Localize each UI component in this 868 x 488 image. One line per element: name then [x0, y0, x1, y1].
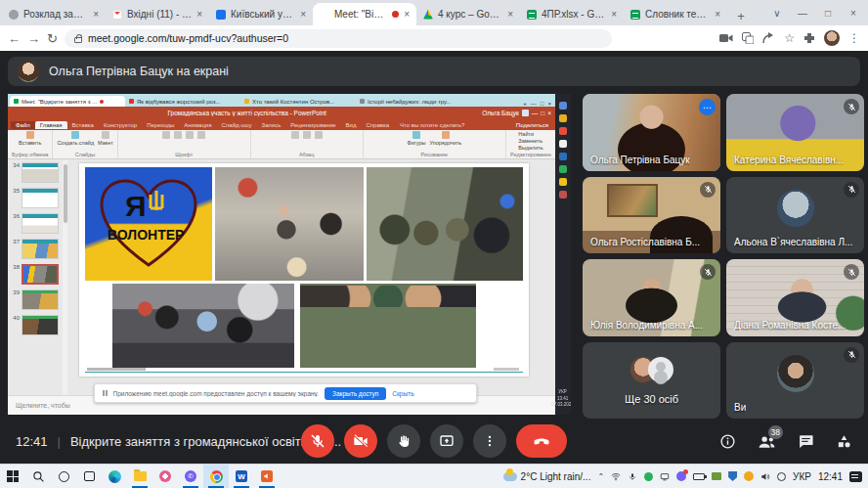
tile-yuliia[interactable]: Юлія Володимирівна А...: [583, 259, 720, 336]
sync-tray-icon[interactable]: [660, 471, 670, 481]
taskbar-clock[interactable]: 12:41: [818, 471, 843, 482]
profile-avatar[interactable]: [824, 30, 840, 46]
orange-app-tray-icon[interactable]: [744, 471, 754, 481]
close-tab-icon[interactable]: ×: [300, 9, 306, 20]
tile-olha-petrivna[interactable]: ⋯ Ольга Петрівна Бацук: [583, 94, 720, 171]
security-shield-icon[interactable]: [728, 471, 737, 481]
shared-tab-meet: Meet: "Відкрите заняття з ...: [10, 96, 125, 107]
tile-options-icon[interactable]: ⋯: [699, 99, 716, 115]
new-tab-button[interactable]: +: [731, 6, 751, 25]
weather-widget[interactable]: 2°C Light rain/...: [503, 471, 591, 482]
powerpoint-user: Ольга Бацук — □ ×: [482, 110, 551, 116]
file-explorer-taskbar-icon[interactable]: [127, 465, 152, 488]
powerpoint-titlebar: Громадянська участь у житті суспільства …: [8, 107, 555, 119]
tile-you[interactable]: Ви: [726, 342, 864, 420]
shared-tab-youtube: Як відбувався жорстокий роз...: [125, 96, 240, 107]
excel-icon: [559, 165, 567, 173]
shared-screen[interactable]: Meet: "Відкрите заняття з ... Як відбува…: [8, 94, 571, 415]
audio-app-taskbar-icon[interactable]: [254, 465, 280, 488]
participant-name: Альона В`ячеславівна Л...: [734, 237, 852, 247]
slide-thumbnail: [22, 289, 59, 310]
battery-icon[interactable]: [693, 473, 705, 480]
pink-app-taskbar-icon[interactable]: [152, 465, 178, 488]
tile-kateryna[interactable]: Катерина Вячеславівн...: [726, 94, 864, 171]
search-button[interactable]: [25, 465, 51, 488]
tab-sheets[interactable]: 4ПР.xlsx - Googl... ×: [520, 3, 624, 25]
viber-tray-icon[interactable]: [676, 471, 686, 481]
tab-gmail[interactable]: Вхідні (11) - m.b... ×: [106, 3, 209, 25]
drive-icon: [423, 10, 433, 20]
raise-hand-button[interactable]: [387, 424, 420, 458]
viber-taskbar-icon[interactable]: ✆: [178, 465, 203, 488]
chrome-taskbar-icon[interactable]: [203, 465, 229, 488]
meeting-details-icon[interactable]: [719, 433, 736, 450]
ribbon-tab-review: Рецензирование: [285, 121, 340, 129]
clock-text: 12:41: [16, 434, 48, 449]
ribbon-tab-animations: Анимация: [179, 121, 216, 129]
app-icon: [559, 127, 567, 135]
tile-olha-rostyslavivna[interactable]: Ольга Ростіславівна Б...: [583, 177, 720, 254]
cortana-button[interactable]: [51, 465, 76, 488]
display-settings-tray-icon[interactable]: [712, 472, 721, 480]
tile-alona[interactable]: Альона В`ячеславівна Л...: [726, 177, 864, 254]
slide-thumbnail: [22, 315, 59, 335]
slide-thumbnail: [22, 188, 59, 208]
site-favicon: [244, 99, 249, 104]
extensions-puzzle-icon[interactable]: [803, 32, 815, 44]
start-button[interactable]: [0, 465, 25, 488]
tab-drive[interactable]: 4 курс – Google ×: [416, 3, 520, 25]
bookmark-star-icon[interactable]: ☆: [784, 31, 795, 45]
chat-icon[interactable]: [798, 433, 814, 450]
language-indicator[interactable]: УКР: [793, 471, 811, 482]
tab-glossary[interactable]: Словник термін... ×: [624, 3, 727, 25]
edge-taskbar-icon[interactable]: [102, 465, 127, 488]
translate-icon[interactable]: [742, 32, 754, 44]
end-call-button[interactable]: [516, 424, 567, 458]
task-view-button[interactable]: [76, 465, 102, 488]
forward-icon[interactable]: →: [27, 32, 40, 45]
camera-indicator-icon[interactable]: [719, 33, 733, 43]
device-tray-icon[interactable]: [777, 472, 786, 481]
activities-icon[interactable]: [836, 433, 852, 450]
volume-icon[interactable]: [760, 471, 770, 481]
close-window-button[interactable]: ×: [841, 0, 866, 25]
more-options-button[interactable]: [473, 424, 506, 458]
tile-diana[interactable]: Діана Романівна Косте...: [726, 259, 864, 336]
toolbar-icons: ☆ ⋮: [719, 30, 860, 46]
app-icon: [559, 178, 567, 186]
minimize-button[interactable]: —: [790, 0, 815, 25]
close-tab-icon[interactable]: ×: [715, 9, 720, 20]
close-tab-icon[interactable]: ×: [611, 9, 617, 20]
camera-off-button[interactable]: [344, 424, 377, 458]
close-tab-icon[interactable]: ×: [196, 9, 202, 20]
present-screen-button[interactable]: [430, 424, 463, 458]
address-bar[interactable]: meet.google.com/tuw-pmdf-ucv?authuser=0: [65, 29, 612, 48]
close-tab-icon[interactable]: ×: [404, 9, 410, 20]
tile-overflow-participants[interactable]: Ще 30 осіб: [583, 342, 720, 420]
back-icon[interactable]: ←: [8, 32, 21, 45]
maximize-button[interactable]: □: [815, 0, 841, 25]
tab-search-icon[interactable]: ∨: [764, 0, 790, 25]
green-app-tray-icon[interactable]: [644, 472, 653, 481]
share-icon[interactable]: [762, 32, 775, 44]
tab-schedule[interactable]: Розклад занять ×: [2, 3, 106, 25]
close-tab-icon[interactable]: ×: [93, 9, 99, 20]
hidden-icons-chevron[interactable]: ⌃: [597, 472, 604, 481]
mic-muted-icon: [844, 182, 859, 198]
lock-icon: [74, 37, 82, 43]
mic-mute-button[interactable]: [301, 424, 334, 458]
chrome-menu-icon[interactable]: ⋮: [848, 31, 860, 45]
close-tab-icon[interactable]: ×: [507, 9, 513, 20]
tab-label: 4ПР.xlsx - Googl...: [542, 9, 606, 20]
notification-center-icon[interactable]: [849, 471, 862, 482]
word-taskbar-icon[interactable]: W: [229, 465, 254, 488]
mic-tray-icon[interactable]: [628, 471, 637, 481]
reload-icon[interactable]: ↻: [47, 32, 58, 45]
app-icon: [559, 140, 567, 148]
tab-university[interactable]: Київський уніве... ×: [209, 3, 313, 25]
powerpoint-title: Громадянська участь у житті суспільства …: [12, 110, 482, 116]
weather-icon: [503, 472, 517, 481]
tab-meet-active[interactable]: Meet: "Відкр... ×: [313, 3, 416, 25]
participants-icon[interactable]: 38: [758, 433, 776, 450]
network-icon[interactable]: [611, 471, 621, 481]
